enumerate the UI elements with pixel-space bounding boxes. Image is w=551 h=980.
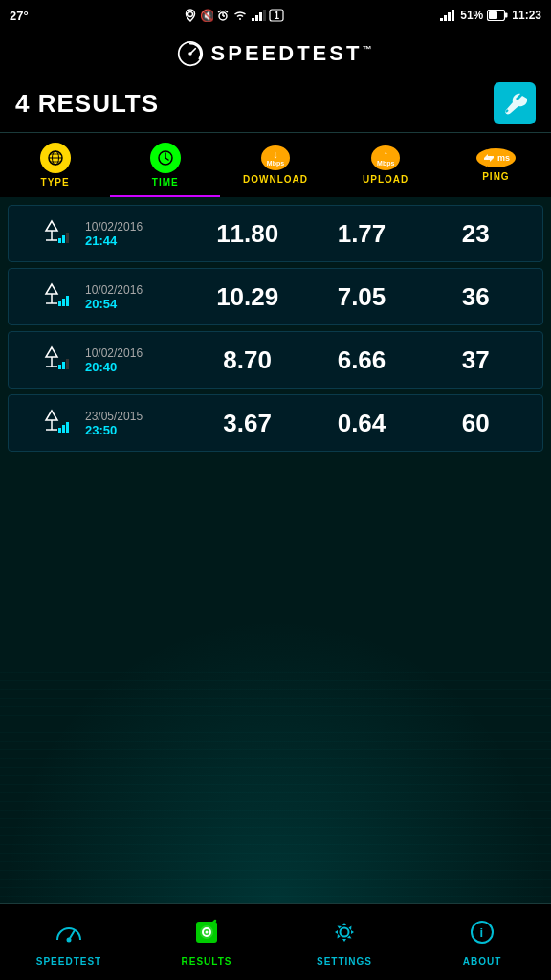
clock-icon <box>157 149 174 167</box>
svg-rect-42 <box>58 365 61 369</box>
status-bar: 27° 🔇 1 51% <box>0 0 551 31</box>
table-row[interactable]: 10/02/2016 20:40 8.70 6.66 37 <box>8 331 543 389</box>
row-time: 10/02/2016 20:40 <box>85 346 190 374</box>
nav-results[interactable]: RESULTS <box>138 904 276 980</box>
svg-text:🔇: 🔇 <box>200 9 213 22</box>
row-ping: 36 <box>419 282 533 312</box>
wrench-icon <box>502 91 527 116</box>
svg-rect-38 <box>62 299 65 306</box>
svg-rect-49 <box>66 422 69 433</box>
results-count: 4 RESULTS <box>15 89 159 119</box>
svg-rect-37 <box>58 301 61 306</box>
nav-speedtest[interactable]: SPEEDTEST <box>0 904 138 980</box>
svg-point-20 <box>188 52 192 56</box>
svg-text:1: 1 <box>274 11 279 21</box>
svg-rect-44 <box>66 359 69 369</box>
settings-wrench-button[interactable] <box>494 82 536 124</box>
row-type-icon <box>18 407 85 439</box>
nav-settings[interactable]: SETTINGS <box>276 904 413 980</box>
row-time-val: 20:54 <box>85 297 117 311</box>
row-time: 23/05/2015 23:50 <box>85 410 190 437</box>
ping-label: PING <box>482 171 509 182</box>
status-left: 27° <box>10 9 29 23</box>
row-time-val: 20:40 <box>85 360 117 374</box>
row-download: 10.29 <box>190 282 304 312</box>
svg-rect-6 <box>255 15 258 21</box>
signal-type-icon <box>33 344 71 376</box>
row-upload: 1.77 <box>304 219 418 249</box>
app-header: SPEEDTEST™ <box>0 31 551 75</box>
nav-about[interactable]: i ABOUT <box>413 904 551 980</box>
data-section: 10/02/2016 21:44 11.80 1.77 23 10/02/201… <box>0 197 551 459</box>
row-upload: 7.05 <box>304 282 418 312</box>
row-date: 10/02/2016 <box>85 283 143 297</box>
table-row[interactable]: 10/02/2016 21:44 11.80 1.77 23 <box>8 205 543 262</box>
row-time: 10/02/2016 21:44 <box>85 220 190 248</box>
row-type-icon <box>18 217 85 250</box>
col-time[interactable]: TIME <box>110 133 220 197</box>
globe-icon <box>47 149 64 167</box>
svg-rect-7 <box>259 12 262 21</box>
type-icon-badge <box>40 143 71 173</box>
svg-point-55 <box>206 930 209 933</box>
bg-wave <box>0 616 551 903</box>
signal-type-icon <box>33 280 71 313</box>
row-date: 10/02/2016 <box>85 346 143 360</box>
download-label: DOWNLOAD <box>243 174 308 185</box>
col-type[interactable]: TYPE <box>0 133 110 197</box>
bg-wave2 <box>0 664 551 903</box>
svg-text:i: i <box>480 925 484 940</box>
location-icon <box>184 9 197 22</box>
row-upload: 6.66 <box>304 345 418 375</box>
col-download[interactable]: ↓ Mbps DOWNLOAD <box>220 133 330 197</box>
col-upload[interactable]: ↑ Mbps UPLOAD <box>331 133 441 197</box>
row-upload: 0.64 <box>304 409 418 438</box>
col-ping[interactable]: ms PING <box>441 133 551 197</box>
svg-line-29 <box>165 158 168 160</box>
table-row[interactable]: 23/05/2015 23:50 3.67 0.64 60 <box>8 394 543 452</box>
nav-speedtest-label: SPEEDTEST <box>36 956 101 967</box>
row-date: 23/05/2015 <box>85 410 143 423</box>
bottom-nav: SPEEDTEST RESULTS <box>0 903 551 980</box>
svg-point-56 <box>341 927 349 936</box>
row-download: 8.70 <box>190 345 304 375</box>
row-ping: 60 <box>419 409 533 438</box>
upload-label: UPLOAD <box>363 174 408 185</box>
signal-type-icon <box>33 217 71 250</box>
svg-rect-11 <box>440 18 443 21</box>
nav-results-label: RESULTS <box>182 956 232 967</box>
temperature: 27° <box>10 9 29 23</box>
nav-about-label: ABOUT <box>463 956 502 967</box>
row-ping: 23 <box>419 219 533 249</box>
ping-badge: ms <box>476 148 516 167</box>
table-row[interactable]: 10/02/2016 20:54 10.29 7.05 36 <box>8 268 543 325</box>
alarm-icon <box>216 9 230 22</box>
svg-rect-5 <box>252 18 254 21</box>
row-download: 3.67 <box>190 409 304 438</box>
time-label: TIME <box>152 177 179 188</box>
speedtest-logo-icon <box>177 40 204 67</box>
svg-rect-34 <box>66 233 69 243</box>
row-time: 10/02/2016 20:54 <box>85 283 190 311</box>
row-download: 11.80 <box>190 219 304 249</box>
svg-rect-33 <box>62 235 65 243</box>
svg-rect-39 <box>66 296 69 306</box>
column-headers: TYPE TIME ↓ Mbps DOWNLOAD ↑ Mbps <box>0 132 551 197</box>
clock: 11:23 <box>512 9 541 22</box>
row-date: 10/02/2016 <box>85 220 143 234</box>
svg-rect-8 <box>263 10 266 21</box>
svg-point-0 <box>187 12 192 17</box>
results-svg <box>192 919 221 946</box>
speedometer-svg <box>54 919 84 946</box>
ping-arrows-icon <box>482 152 496 164</box>
row-type-icon <box>18 280 85 313</box>
signal-bars-right <box>439 9 456 22</box>
download-badge: ↓ Mbps <box>261 145 290 170</box>
info-icon: i <box>468 919 496 952</box>
mute-icon: 🔇 <box>200 9 213 22</box>
svg-point-51 <box>67 937 72 942</box>
svg-rect-16 <box>489 11 497 19</box>
row-ping: 37 <box>419 345 533 375</box>
signal-icon <box>251 9 266 22</box>
info-svg: i <box>468 919 496 946</box>
